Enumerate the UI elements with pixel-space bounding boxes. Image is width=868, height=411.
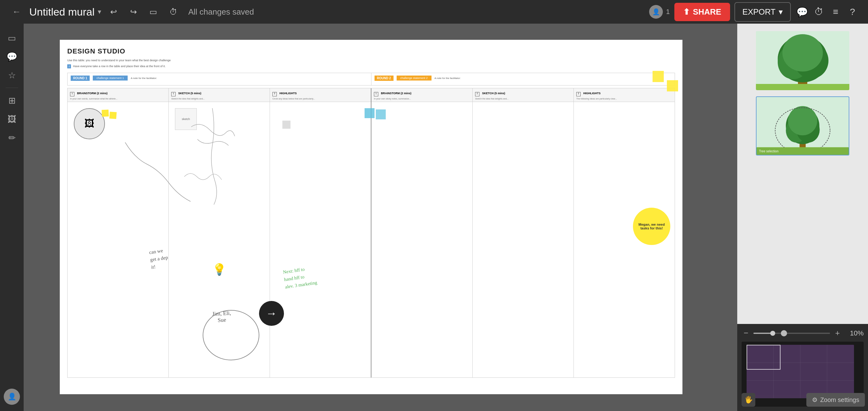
handwriting-dep: can weget a depit! — [149, 246, 169, 271]
zoom-slider-track[interactable] — [753, 333, 830, 334]
frame-icon: ▭ — [150, 7, 157, 17]
sidebar-grid[interactable]: ⊞ — [4, 92, 20, 108]
user-avatar[interactable]: 👤 — [649, 5, 663, 19]
handwriting-next: Next: hff tohand hff toalev. 3 marketing — [282, 264, 317, 291]
design-studio-content: DESIGN STUDIO Use this table: you need t… — [60, 40, 682, 394]
hand-tool-button[interactable]: 🖐 — [742, 393, 755, 407]
redo-button[interactable]: ↪ — [126, 4, 141, 19]
grid-icon: ⊞ — [8, 96, 16, 106]
zoom-bar: − + 10% — [742, 328, 864, 338]
frame-button[interactable]: ▭ — [146, 4, 161, 19]
svg-point-13 — [788, 106, 817, 135]
sidebar-sticky[interactable]: ▭ — [4, 30, 20, 46]
design-studio-title: DESIGN STUDIO — [67, 47, 675, 55]
save-status: All changes saved — [188, 7, 254, 17]
title-area[interactable]: Untitled mural ▾ — [29, 6, 101, 18]
sketch1-label: SKETCH (5 mins) — [178, 92, 201, 95]
comment-button[interactable]: 💬 — [795, 5, 809, 19]
undo-icon: ↩ — [110, 7, 117, 17]
sidebar-star[interactable]: ☆ — [4, 67, 20, 83]
topbar-icons: 💬 ⏱ ≡ ? — [795, 5, 859, 19]
round2-badge: ROUND 2 — [375, 75, 394, 81]
sidebar-comment[interactable]: 💬 — [4, 48, 20, 65]
brainstorm2-label: BRAINSTORM (2 mins) — [381, 92, 411, 95]
circle-annotation: Jim, Eli,Sue — [197, 295, 265, 363]
challenge2-badge: challenge statement 2 — [397, 75, 432, 80]
list-button[interactable]: ≡ — [829, 5, 842, 19]
svg-point-6 — [782, 34, 823, 71]
canvas-area: DESIGN STUDIO Use this table: you need t… — [24, 24, 868, 411]
comment-icon: 💬 — [6, 52, 18, 62]
arrow-icon: → — [266, 307, 277, 320]
share-icon: ⬆ — [683, 7, 690, 17]
user-count: 1 — [666, 8, 670, 16]
lightbulb-icon: 💡 — [212, 263, 226, 276]
arrow-button[interactable]: → — [259, 301, 284, 326]
minimap: − + 10% — [737, 324, 868, 411]
undo-button[interactable]: ↩ — [106, 4, 121, 19]
gear-icon: ⚙ — [812, 396, 817, 404]
timer-icon: ⏱ — [169, 7, 178, 17]
image-icon: 🖼 — [7, 114, 16, 124]
back-icon: ← — [12, 7, 21, 17]
help-button[interactable]: ? — [845, 5, 859, 19]
timer-button[interactable]: ⏱ — [166, 4, 181, 19]
zoom-settings-label: Zoom settings — [820, 397, 859, 404]
zoom-plus-button[interactable]: + — [833, 328, 842, 338]
tree-image-1 — [756, 31, 849, 90]
brainstorm1-num: 1 — [70, 92, 74, 96]
sidebar: ▭ 💬 ☆ ⊞ 🖼 ✏ 👤 — [0, 24, 24, 411]
zoom-minus-button[interactable]: − — [742, 328, 750, 338]
highlights2-label: HIGHLIGHTS — [583, 92, 600, 95]
redo-icon: ↪ — [130, 7, 137, 17]
sticky-icon: ▭ — [8, 33, 16, 43]
svg-rect-7 — [756, 84, 849, 90]
topbar-right: 👤 1 ⬆ SHARE EXPORT ▾ 💬 ⏱ ≡ ? — [649, 2, 859, 22]
star-icon: ☆ — [8, 70, 16, 80]
megan-bubble: Megan, we need tasks for this! — [633, 208, 670, 245]
challenge1-badge: challenge statement 1 — [93, 75, 128, 80]
sidebar-image[interactable]: 🖼 — [4, 111, 20, 127]
share-button[interactable]: ⬆ SHARE — [674, 3, 730, 21]
round1-badge: ROUND 1 — [71, 75, 90, 81]
ds-instructions: Use this table: you need to understand i… — [67, 59, 675, 68]
mural-canvas[interactable]: DESIGN STUDIO Use this table: you need t… — [60, 40, 682, 394]
mural-title: Untitled mural — [29, 6, 95, 18]
hand-icon: 🖐 — [744, 396, 753, 404]
back-button[interactable]: ← — [9, 4, 24, 20]
tree-image-2: Tree selection — [756, 96, 849, 156]
user-avatar-sidebar[interactable]: 👤 — [4, 389, 20, 405]
export-button[interactable]: EXPORT ▾ — [735, 2, 791, 22]
sidebar-pen[interactable]: ✏ — [4, 130, 20, 146]
title-chevron-icon: ▾ — [98, 8, 101, 16]
tree-images-area: Tree selection — [737, 24, 868, 324]
right-panel: Tree selection − + 10% — [737, 24, 868, 411]
pen-icon: ✏ — [8, 133, 16, 143]
brainstorm1-label: BRAINSTORM (2 mins) — [77, 92, 107, 95]
sketch2-label: SKETCH (5 mins) — [482, 92, 505, 95]
zoom-settings-button[interactable]: ⚙ Zoom settings — [806, 393, 865, 407]
topbar: ← Untitled mural ▾ ↩ ↪ ▭ ⏱ All changes s… — [0, 0, 868, 24]
highlights1-label: HIGHLIGHTS — [279, 92, 297, 95]
sidebar-divider — [6, 88, 18, 88]
zoom-percent: 10% — [845, 329, 864, 337]
activity-button[interactable]: ⏱ — [812, 5, 826, 19]
